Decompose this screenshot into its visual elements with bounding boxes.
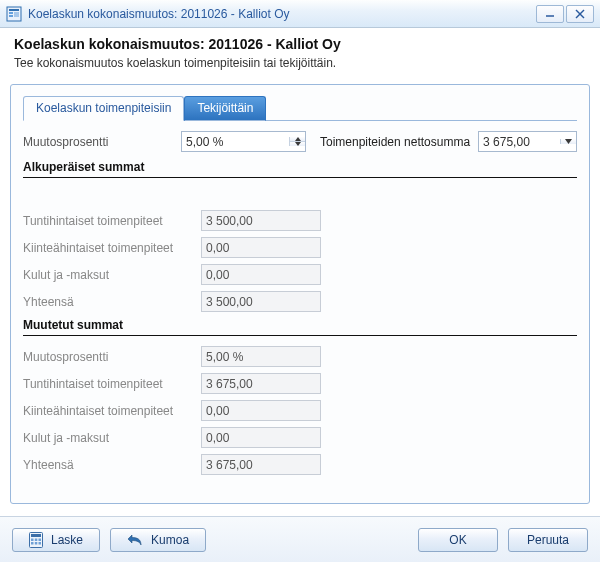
page-title: Koelaskun kokonaismuutos: 2011026 - Kall… [14,36,586,52]
svg-rect-17 [35,542,38,545]
svg-rect-13 [31,538,34,541]
changed-costs-label: Kulut ja -maksut [23,431,201,445]
main-panel: Koelaskun toimenpiteisiin Tekijöittäin M… [10,84,590,504]
orig-fixed-row: Kiinteähintaiset toimenpiteet 0,00 [23,237,577,258]
page-header: Koelaskun kokonaismuutos: 2011026 - Kall… [0,28,600,76]
undo-button-label: Kumoa [151,533,189,547]
svg-marker-8 [295,137,301,141]
changed-percent-value: 5,00 % [201,346,321,367]
percent-value: 5,00 % [182,135,289,149]
changed-total-value: 3 675,00 [201,454,321,475]
orig-total-value: 3 500,00 [201,291,321,312]
orig-costs-label: Kulut ja -maksut [23,268,201,282]
window-buttons [536,5,594,23]
changed-hourly-label: Tuntihintaiset toimenpiteet [23,377,201,391]
title-bar: Koelaskun kokonaismuutos: 2011026 - Kall… [0,0,600,28]
orig-fixed-value: 0,00 [201,237,321,258]
netsum-combo[interactable]: 3 675,00 [478,131,577,152]
svg-rect-14 [35,538,38,541]
orig-heading: Alkuperäiset summat [23,160,577,178]
orig-total-label: Yhteensä [23,295,201,309]
cancel-button-label: Peruuta [527,533,569,547]
changed-percent-row: Muutosprosentti 5,00 % [23,346,577,367]
spinner-buttons[interactable] [289,137,305,146]
tab-toimenpiteisiin[interactable]: Koelaskun toimenpiteisiin [23,96,184,121]
tab-bar: Koelaskun toimenpiteisiin Tekijöittäin [23,95,577,121]
orig-hourly-value: 3 500,00 [201,210,321,231]
netsum-value: 3 675,00 [479,135,560,149]
orig-costs-value: 0,00 [201,264,321,285]
undo-icon [127,533,143,547]
page-subtitle: Tee kokonaismuutos koelaskun toimenpitei… [14,56,586,70]
percent-label: Muutosprosentti [23,135,173,149]
changed-total-row: Yhteensä 3 675,00 [23,454,577,475]
orig-hourly-row: Tuntihintaiset toimenpiteet 3 500,00 [23,210,577,231]
minimize-button[interactable] [536,5,564,23]
close-button[interactable] [566,5,594,23]
svg-rect-15 [39,538,42,541]
changed-costs-row: Kulut ja -maksut 0,00 [23,427,577,448]
netsum-label: Toimenpiteiden nettosumma [320,135,470,149]
top-row: Muutosprosentti 5,00 % Toimenpiteiden ne… [23,131,577,152]
svg-rect-4 [14,12,19,17]
svg-rect-1 [9,9,19,11]
orig-hourly-label: Tuntihintaiset toimenpiteet [23,214,201,228]
window-title: Koelaskun kokonaismuutos: 2011026 - Kall… [28,7,536,21]
svg-rect-3 [9,15,13,17]
svg-rect-2 [9,12,13,14]
ok-button-label: OK [449,533,466,547]
svg-marker-9 [295,142,301,146]
changed-costs-value: 0,00 [201,427,321,448]
calc-button[interactable]: Laske [12,528,100,552]
button-bar: Laske Kumoa OK Peruuta [0,516,600,562]
spinner-down-icon[interactable] [290,142,305,146]
changed-heading: Muutetut summat [23,318,577,336]
orig-costs-row: Kulut ja -maksut 0,00 [23,264,577,285]
svg-rect-12 [31,534,41,537]
chevron-down-icon[interactable] [560,139,576,144]
undo-button[interactable]: Kumoa [110,528,206,552]
changed-fixed-row: Kiinteähintaiset toimenpiteet 0,00 [23,400,577,421]
svg-rect-18 [39,542,42,545]
cancel-button[interactable]: Peruuta [508,528,588,552]
calc-button-label: Laske [51,533,83,547]
changed-fixed-label: Kiinteähintaiset toimenpiteet [23,404,201,418]
changed-percent-label: Muutosprosentti [23,350,201,364]
changed-hourly-row: Tuntihintaiset toimenpiteet 3 675,00 [23,373,577,394]
orig-total-row: Yhteensä 3 500,00 [23,291,577,312]
changed-fixed-value: 0,00 [201,400,321,421]
svg-rect-16 [31,542,34,545]
changed-total-label: Yhteensä [23,458,201,472]
ok-button[interactable]: OK [418,528,498,552]
tab-tekijoittain[interactable]: Tekijöittäin [184,96,266,121]
svg-marker-10 [565,139,572,144]
changed-hourly-value: 3 675,00 [201,373,321,394]
calculator-icon [29,532,43,548]
orig-fixed-label: Kiinteähintaiset toimenpiteet [23,241,201,255]
app-icon [6,6,22,22]
percent-spinner[interactable]: 5,00 % [181,131,306,152]
